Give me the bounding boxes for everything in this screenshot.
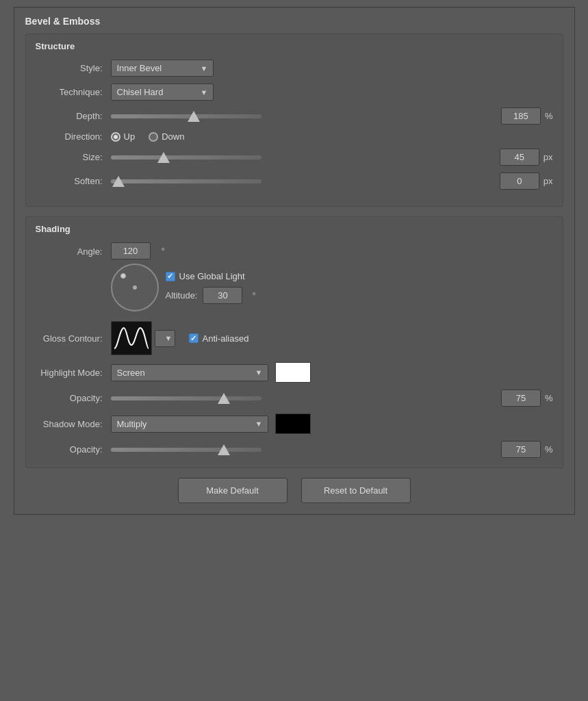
highlight-opacity-label: Opacity: [36, 393, 111, 403]
size-row: Size: 45 px [36, 149, 553, 166]
contour-type-dropdown-wrapper: ▼ [155, 330, 175, 347]
anti-aliased-label: Anti-aliased [203, 333, 249, 344]
soften-slider-thumb[interactable] [112, 176, 125, 187]
technique-row: Technique: Chisel Hard Smooth Chisel Sof… [36, 84, 553, 101]
highlight-mode-dropdown[interactable]: Screen Normal Multiply Dissolve Overlay [111, 364, 268, 381]
global-light-label: Use Global Light [179, 271, 245, 281]
direction-down-label: Down [162, 131, 184, 142]
highlight-opacity-row: Opacity: % [36, 390, 553, 407]
gloss-contour-svg [114, 324, 149, 352]
soften-label: Soften: [36, 176, 111, 186]
style-label: Style: [36, 63, 111, 73]
shading-title: Shading [36, 224, 553, 234]
anti-aliased-wrapper: Anti-aliased [189, 333, 249, 344]
depth-unit: % [545, 111, 553, 121]
shadow-mode-row: Shadow Mode: Multiply Normal Screen Diss… [36, 413, 553, 434]
contour-type-dropdown[interactable] [155, 330, 175, 347]
size-label: Size: [36, 152, 111, 162]
soften-slider-container [111, 179, 500, 183]
highlight-opacity-slider-track[interactable] [111, 396, 261, 400]
size-unit: px [544, 152, 553, 162]
shading-section: Shading Angle: ° [25, 216, 563, 468]
shadow-opacity-thumb[interactable] [218, 444, 230, 455]
depth-slider-container [111, 114, 501, 118]
direction-up-label: Up [124, 131, 136, 142]
shadow-mode-dropdown[interactable]: Multiply Normal Screen Dissolve Overlay [111, 416, 268, 433]
buttons-row: Make Default Reset to Default [25, 478, 563, 503]
angle-altitude-group: ° Use Global Light Altitude: [111, 242, 256, 311]
reset-to-default-button[interactable]: Reset to Default [301, 478, 411, 503]
structure-section: Structure Style: Inner Bevel Outer Bevel… [25, 34, 563, 207]
shadow-opacity-slider-track[interactable] [111, 448, 261, 452]
highlight-mode-row: Highlight Mode: Screen Normal Multiply D… [36, 362, 553, 383]
altitude-row: Altitude: ° [166, 287, 256, 304]
angle-dial[interactable] [111, 264, 159, 311]
highlight-mode-label: Highlight Mode: [36, 368, 111, 378]
structure-title: Structure [36, 41, 553, 51]
bevel-emboss-panel: Bevel & Emboss Structure Style: Inner Be… [14, 7, 575, 515]
shadow-opacity-slider-container [111, 448, 501, 452]
global-light-checkbox-item[interactable]: Use Global Light [166, 271, 256, 281]
soften-slider-track[interactable] [111, 179, 261, 183]
direction-up-radio[interactable] [111, 132, 120, 142]
altitude-unit: ° [252, 290, 255, 301]
anti-aliased-checkbox[interactable] [189, 333, 199, 343]
direction-down-radio[interactable] [149, 132, 158, 142]
anti-aliased-checkbox-item[interactable]: Anti-aliased [189, 333, 249, 344]
shadow-opacity-input[interactable] [501, 441, 541, 458]
shadow-opacity-unit: % [545, 444, 553, 455]
direction-row: Direction: Up Down [36, 131, 553, 142]
depth-input[interactable]: 185 [501, 107, 541, 125]
make-default-button[interactable]: Make Default [178, 478, 287, 503]
technique-label: Technique: [36, 87, 111, 97]
style-row: Style: Inner Bevel Outer Bevel Emboss Pi… [36, 60, 553, 77]
size-slider-track[interactable] [111, 155, 261, 160]
angle-unit: ° [162, 246, 165, 256]
technique-dropdown[interactable]: Chisel Hard Smooth Chisel Soft [111, 84, 214, 101]
highlight-opacity-input[interactable] [501, 390, 541, 407]
direction-label: Direction: [36, 131, 111, 142]
soften-input[interactable]: 0 [500, 173, 539, 190]
direction-radio-group: Up Down [111, 131, 185, 142]
highlight-opacity-thumb[interactable] [218, 393, 230, 404]
style-dropdown-wrapper: Inner Bevel Outer Bevel Emboss Pillow Em… [111, 60, 214, 77]
direction-down-item[interactable]: Down [149, 131, 184, 142]
highlight-mode-dropdown-wrapper: Screen Normal Multiply Dissolve Overlay … [111, 364, 268, 381]
depth-slider-thumb[interactable] [188, 111, 200, 122]
soften-unit: px [544, 176, 553, 186]
size-input[interactable]: 45 [500, 149, 539, 166]
size-slider-thumb[interactable] [157, 152, 170, 163]
global-light-checkbox[interactable] [166, 272, 175, 281]
soften-row: Soften: 0 px [36, 173, 553, 190]
shadow-opacity-label: Opacity: [36, 444, 111, 455]
depth-row: Depth: 185 % [36, 107, 553, 125]
highlight-opacity-unit: % [545, 393, 553, 403]
dial-indicator-dot [120, 273, 126, 279]
angle-label: Angle: [36, 242, 111, 257]
angle-input[interactable] [111, 242, 151, 259]
altitude-label: Altitude: [166, 290, 198, 301]
shadow-mode-label: Shadow Mode: [36, 419, 111, 429]
gloss-contour-label: Gloss Contour: [36, 333, 111, 344]
depth-label: Depth: [36, 111, 111, 121]
depth-slider-track[interactable] [111, 114, 261, 118]
shadow-mode-dropdown-wrapper: Multiply Normal Screen Dissolve Overlay … [111, 416, 268, 433]
size-slider-container [111, 155, 500, 160]
global-light-altitude-group: Use Global Light Altitude: ° [166, 271, 256, 304]
gloss-contour-preview[interactable] [111, 321, 152, 355]
direction-up-item[interactable]: Up [111, 131, 136, 142]
technique-dropdown-wrapper: Chisel Hard Smooth Chisel Soft ▼ [111, 84, 214, 101]
altitude-input[interactable] [203, 287, 242, 304]
panel-title: Bevel & Emboss [25, 16, 563, 27]
dial-center-dot [133, 285, 137, 290]
shadow-color-swatch[interactable] [275, 413, 311, 434]
highlight-opacity-slider-container [111, 396, 501, 400]
angle-altitude-row: Angle: ° Use Global Light [36, 242, 553, 311]
shadow-opacity-row: Opacity: % [36, 441, 553, 458]
gloss-contour-row: Gloss Contour: ▼ Anti-aliased [36, 321, 553, 355]
style-dropdown[interactable]: Inner Bevel Outer Bevel Emboss Pillow Em… [111, 60, 214, 77]
highlight-color-swatch[interactable] [275, 362, 311, 383]
